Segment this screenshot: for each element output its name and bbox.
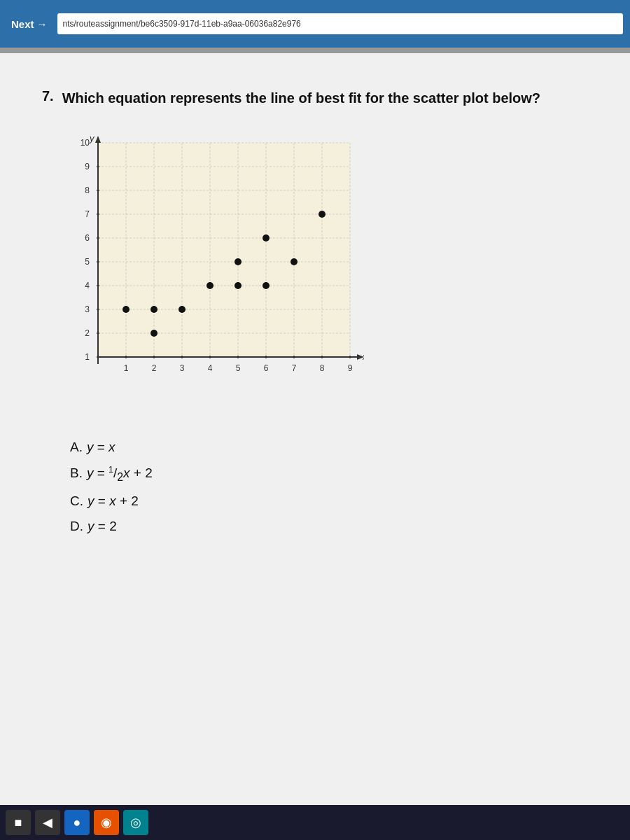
dot-1 [122,306,130,313]
dot-4 [206,282,214,289]
svg-text:6: 6 [85,233,90,243]
choice-b-text: y = 1/2x + 2 [87,465,153,484]
svg-text:9: 9 [85,162,90,172]
svg-text:7: 7 [85,209,90,219]
svg-text:9: 9 [348,363,353,373]
main-content: 7. Which equation represents the line of… [0,53,630,823]
dot-9 [290,258,298,265]
svg-text:10: 10 [80,138,90,148]
svg-text:1: 1 [85,352,90,362]
svg-text:5: 5 [85,257,90,267]
choice-b-letter: B. [70,465,83,481]
choice-b[interactable]: B. y = 1/2x + 2 [70,465,588,484]
choice-a[interactable]: A. y = x [70,440,588,455]
next-label: Next [11,18,34,30]
choice-c[interactable]: C. y = x + 2 [70,493,588,509]
taskbar-back[interactable]: ◀ [35,810,60,835]
graph-container: 10 9 8 7 6 5 4 3 2 1 1 2 3 4 5 6 7 8 [70,136,364,402]
dot-10 [318,211,326,218]
url-text: nts/routeassignment/be6c3509-917d-11eb-a… [63,19,301,29]
dot-7 [262,234,270,241]
svg-text:2: 2 [85,328,90,338]
dot-11 [150,330,158,337]
svg-text:5: 5 [236,363,241,373]
svg-text:7: 7 [292,363,297,373]
dot-3 [178,306,186,313]
choice-d-text: y = 2 [88,519,117,534]
choice-c-letter: C. [70,493,83,509]
choice-a-letter: A. [70,440,83,455]
url-bar[interactable]: nts/routeassignment/be6c3509-917d-11eb-a… [57,13,623,34]
svg-text:y: y [89,136,95,144]
choice-d[interactable]: D. y = 2 [70,519,588,534]
separator-bar [0,48,630,53]
dot-6 [234,282,241,289]
dot-2 [150,306,158,313]
question-number: 7. [42,88,54,104]
taskbar-app1[interactable]: ◉ [94,810,119,835]
taskbar-app2[interactable]: ◎ [123,810,148,835]
svg-text:2: 2 [152,363,157,373]
svg-text:1: 1 [124,363,129,373]
choice-c-text: y = x + 2 [88,493,139,509]
svg-marker-24 [95,136,101,143]
svg-text:3: 3 [180,363,185,373]
taskbar-start[interactable]: ■ [6,810,31,835]
question-header: 7. Which equation represents the line of… [42,88,588,108]
svg-text:8: 8 [85,186,90,195]
question-text: Which equation represents the line of be… [62,88,540,108]
next-button[interactable]: Next → [7,15,52,33]
taskbar-browser[interactable]: ● [64,810,90,835]
svg-text:6: 6 [264,363,269,373]
svg-text:x: x [362,351,364,362]
dot-5 [234,258,241,265]
scatter-plot: 10 9 8 7 6 5 4 3 2 1 1 2 3 4 5 6 7 8 [70,136,364,402]
svg-rect-0 [98,143,350,357]
choice-d-letter: D. [70,519,83,534]
browser-bar: Next → nts/routeassignment/be6c3509-917d… [0,0,630,48]
dot-8 [262,282,270,289]
svg-text:8: 8 [320,363,325,373]
answer-choices: A. y = x B. y = 1/2x + 2 C. y = x + 2 D.… [70,440,588,534]
svg-text:3: 3 [85,304,90,314]
nav-area: Next → [7,15,52,33]
taskbar: ■ ◀ ● ◉ ◎ [0,805,630,840]
choice-a-text: y = x [87,440,115,455]
question-block: 7. Which equation represents the line of… [42,88,588,534]
next-arrow: → [37,18,48,30]
svg-text:4: 4 [85,281,90,290]
svg-text:4: 4 [208,363,213,373]
